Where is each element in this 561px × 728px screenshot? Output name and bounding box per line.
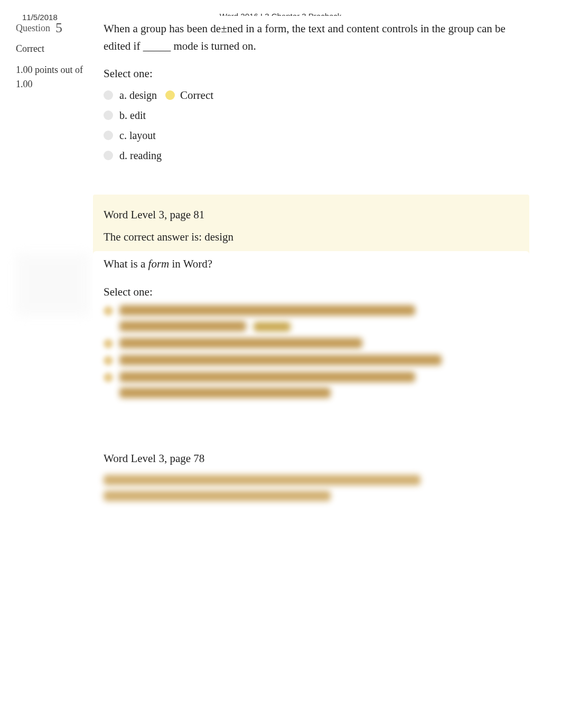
option-d-row[interactable]: d. reading xyxy=(104,146,519,165)
question-6-content: What is a form in Word? Select one: xyxy=(93,251,529,417)
correct-mark-icon xyxy=(165,90,175,100)
option-b-text: b. edit xyxy=(119,109,146,122)
blurred-text xyxy=(104,475,420,485)
radio-icon[interactable] xyxy=(104,131,113,140)
radio-icon[interactable] xyxy=(104,90,113,100)
stem-italic: form xyxy=(148,257,170,270)
question-5-meta: Question 5 Correct 1.00 points out of 1.… xyxy=(16,19,100,91)
option-c-row[interactable]: c. layout xyxy=(104,126,519,145)
feedback-reference: Word Level 3, page 81 xyxy=(104,206,519,224)
options-list: a. design Correct b. edit c. layout d. r… xyxy=(104,86,519,165)
radio-icon xyxy=(104,356,113,365)
option-a-row[interactable]: a. design Correct xyxy=(104,86,519,105)
blurred-text xyxy=(119,338,362,348)
question-stem: When a group has been de±ned in a form, … xyxy=(104,20,519,54)
blurred-correct-badge xyxy=(254,322,291,331)
stem-prefix: What is a xyxy=(104,257,148,270)
option-a-text: a. design xyxy=(119,89,157,102)
select-one-label: Select one: xyxy=(104,285,519,299)
feedback-reference: Word Level 3, page 78 xyxy=(104,450,519,468)
radio-icon[interactable] xyxy=(104,151,113,160)
question-6-meta-blurred xyxy=(16,253,90,316)
feedback-answer: The correct answer is: design xyxy=(104,228,519,246)
blurred-text xyxy=(104,491,331,501)
option-c-row-blurred xyxy=(104,355,519,365)
blurred-text xyxy=(119,355,442,365)
option-a-row-blurred xyxy=(104,305,519,331)
option-d-row-blurred xyxy=(104,372,519,398)
question-5-content: When a group has been de±ned in a form, … xyxy=(93,16,529,179)
options-list-blurred xyxy=(104,305,519,398)
select-one-label: Select one: xyxy=(104,67,519,80)
option-b-row-blurred xyxy=(104,338,519,348)
option-d-text: d. reading xyxy=(119,150,162,162)
question-label: Question xyxy=(16,23,50,33)
option-b-row[interactable]: b. edit xyxy=(104,106,519,125)
blurred-text xyxy=(119,321,246,331)
radio-icon xyxy=(104,339,113,348)
radio-icon[interactable] xyxy=(104,110,113,120)
feedback-answer-blurred xyxy=(104,475,519,501)
question-status: Correct xyxy=(16,43,100,54)
question-5-feedback: Word Level 3, page 81 The correct answer… xyxy=(93,195,529,259)
blurred-text xyxy=(119,372,415,382)
radio-icon xyxy=(104,373,113,382)
stem-suffix: in Word? xyxy=(169,257,212,270)
correct-label: Correct xyxy=(180,89,213,102)
option-c-text: c. layout xyxy=(119,130,156,142)
question-number: 5 xyxy=(55,20,62,35)
question-stem: What is a form in Word? xyxy=(104,255,519,273)
blurred-text xyxy=(119,388,331,398)
radio-icon xyxy=(104,306,113,316)
question-6-feedback: Word Level 3, page 78 xyxy=(93,438,529,517)
question-points: 1.00 points out of 1.00 xyxy=(16,63,100,91)
blurred-text xyxy=(119,305,415,316)
